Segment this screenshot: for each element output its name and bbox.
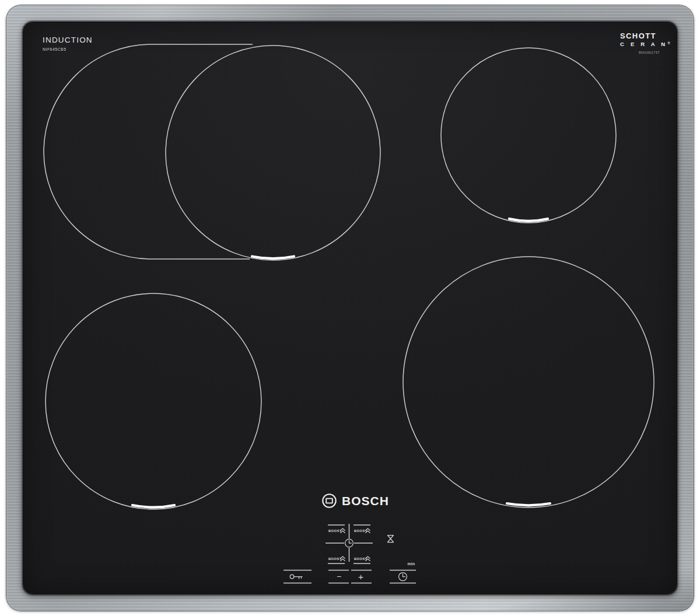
surface-print-top-left: INDUCTION NIF645CB5 bbox=[43, 36, 93, 51]
bosch-logo: BOSCH bbox=[321, 493, 389, 509]
schott-wordmark: SCHOTT bbox=[620, 33, 661, 40]
boost-label: BOOST bbox=[328, 557, 342, 561]
bosch-wordmark: BOSCH bbox=[342, 495, 389, 507]
boost-label: BOOST bbox=[328, 529, 342, 533]
minus-label: − bbox=[337, 572, 341, 581]
induction-label: INDUCTION bbox=[43, 36, 93, 44]
stainless-steel-frame bbox=[6, 5, 694, 611]
print-number: 9001601737 bbox=[620, 51, 660, 54]
timer-unit-label: min bbox=[408, 562, 415, 566]
cooktop-product-image: INDUCTION NIF645CB5 SCHOTT C E R A N® 90… bbox=[0, 0, 700, 616]
plus-label: + bbox=[358, 572, 363, 582]
ceran-wordmark: C E R A N® bbox=[620, 40, 661, 47]
power-increase-button[interactable]: + bbox=[358, 572, 363, 582]
model-number: NIF645CB5 bbox=[43, 47, 93, 51]
power-decrease-button[interactable]: − bbox=[337, 572, 341, 581]
schott-ceran-logo: SCHOTT C E R A N® 9001601737 bbox=[620, 33, 661, 54]
bosch-armature-icon bbox=[321, 493, 337, 509]
registered-trademark-symbol: ® bbox=[667, 41, 670, 45]
